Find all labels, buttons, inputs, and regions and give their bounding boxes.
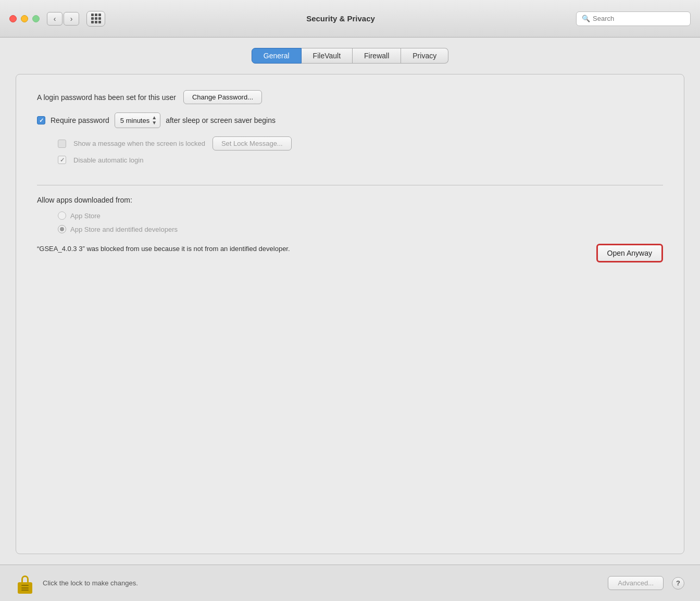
password-section: A login password has been set for this u…	[37, 90, 663, 180]
back-button[interactable]: ‹	[47, 12, 63, 26]
window-title: Security & Privacy	[113, 14, 569, 23]
advanced-button[interactable]: Advanced...	[608, 576, 664, 590]
disable-auto-login-row: Disable automatic login	[58, 156, 663, 164]
tab-general[interactable]: General	[252, 48, 302, 64]
main-content: General FileVault Firewall Privacy A log…	[0, 37, 700, 565]
require-password-row: Require password 5 minutes ▲▼ after slee…	[37, 112, 663, 128]
app-store-option: App Store	[58, 211, 663, 220]
close-button[interactable]	[9, 15, 17, 22]
app-store-identified-label: App Store and identified developers	[70, 226, 178, 233]
disable-auto-login-label: Disable automatic login	[73, 156, 143, 164]
dropdown-arrows-icon: ▲▼	[152, 115, 157, 126]
open-anyway-button[interactable]: Open Anyway	[596, 244, 663, 262]
titlebar: ‹ › Security & Privacy 🔍	[0, 0, 700, 37]
require-password-value: 5 minutes	[120, 117, 149, 124]
nav-buttons: ‹ ›	[47, 12, 79, 26]
traffic-lights	[9, 15, 40, 22]
set-lock-message-button[interactable]: Set Lock Message...	[213, 136, 292, 151]
grid-view-button[interactable]	[86, 11, 105, 27]
search-icon: 🔍	[582, 15, 590, 22]
minimize-button[interactable]	[21, 15, 28, 22]
app-store-identified-radio[interactable]	[58, 225, 66, 233]
app-store-radio[interactable]	[58, 211, 66, 220]
grid-icon	[91, 14, 101, 23]
require-password-label: Require password	[51, 116, 109, 124]
bottom-bar: Click the lock to make changes. Advanced…	[0, 565, 700, 601]
lock-label: Click the lock to make changes.	[43, 579, 599, 587]
login-password-label: A login password has been set for this u…	[37, 93, 176, 102]
after-sleep-label: after sleep or screen saver begins	[166, 116, 276, 124]
require-password-dropdown[interactable]: 5 minutes ▲▼	[115, 112, 160, 128]
change-password-button[interactable]: Change Password...	[183, 90, 262, 104]
maximize-button[interactable]	[32, 15, 40, 22]
content-panel: A login password has been set for this u…	[16, 74, 684, 554]
tab-bar: General FileVault Firewall Privacy	[16, 48, 684, 64]
login-password-row: A login password has been set for this u…	[37, 90, 663, 104]
search-input[interactable]	[593, 15, 685, 22]
radio-options: App Store App Store and identified devel…	[37, 211, 663, 233]
app-store-label: App Store	[70, 212, 101, 220]
lock-icon[interactable]	[16, 573, 34, 594]
tab-privacy[interactable]: Privacy	[401, 48, 448, 64]
blocked-message-text: “GSEA_4.0.3 3” was blocked from use beca…	[37, 244, 586, 254]
lock-lines	[21, 585, 29, 591]
show-message-row: Show a message when the screen is locked…	[58, 136, 663, 151]
show-message-checkbox[interactable]	[58, 140, 66, 148]
allow-apps-label: Allow apps downloaded from:	[37, 196, 663, 204]
require-password-checkbox[interactable]	[37, 116, 45, 124]
help-button[interactable]: ?	[672, 577, 684, 590]
tab-firewall[interactable]: Firewall	[353, 48, 401, 64]
section-separator	[37, 185, 663, 185]
blocked-message-row: “GSEA_4.0.3 3” was blocked from use beca…	[37, 244, 663, 262]
tab-filevault[interactable]: FileVault	[302, 48, 353, 64]
search-box[interactable]: 🔍	[576, 11, 691, 26]
app-store-identified-option: App Store and identified developers	[58, 225, 663, 233]
lock-body	[18, 582, 32, 594]
forward-button[interactable]: ›	[64, 12, 79, 26]
show-message-label: Show a message when the screen is locked	[73, 140, 205, 147]
disable-auto-login-checkbox[interactable]	[58, 156, 66, 164]
apps-section: Allow apps downloaded from: App Store Ap…	[37, 196, 663, 262]
extra-options: Show a message when the screen is locked…	[37, 136, 663, 164]
